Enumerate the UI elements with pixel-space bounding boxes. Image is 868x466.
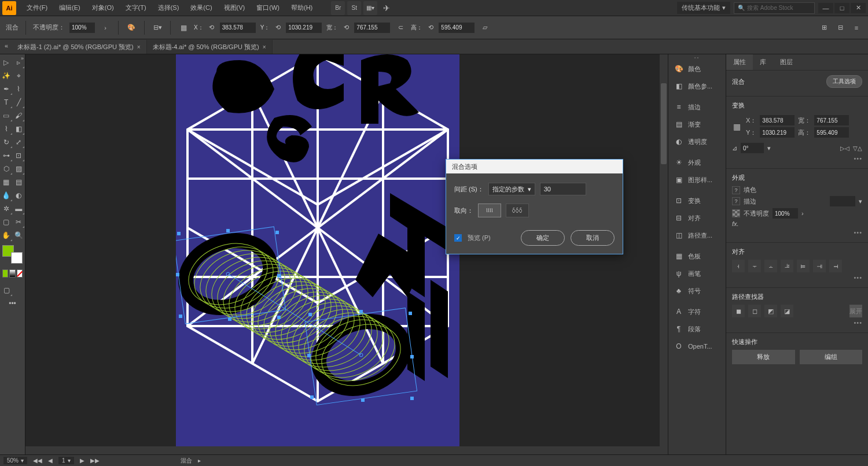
panel-toggle-1-icon[interactable]: ⊞ — [818, 22, 830, 34]
artboard-next-icon[interactable]: ▶▶ — [90, 457, 100, 464]
chevron-down-icon[interactable]: ▾ — [859, 198, 862, 205]
opacity-swatch-icon[interactable] — [732, 209, 740, 217]
toolbox-more-icon[interactable]: ••• — [0, 297, 25, 310]
perspective-tool[interactable]: ▨ — [13, 162, 25, 175]
tab-close-icon[interactable]: × — [263, 44, 266, 50]
menu-object[interactable]: 对象(O) — [86, 1, 120, 14]
fill-stroke-swatch[interactable] — [2, 245, 23, 264]
color-mode-fill[interactable] — [2, 269, 8, 278]
tab-layers[interactable]: 图层 — [773, 54, 800, 70]
direct-selection-tool[interactable]: ▹ — [13, 56, 25, 69]
dock-transparency[interactable]: ◐透明度 — [668, 133, 726, 150]
paintbrush-tool[interactable]: 🖌 — [13, 109, 25, 122]
zoom-level[interactable]: 50%▾ — [3, 457, 27, 464]
distribute-icon[interactable]: ⫤ — [829, 260, 842, 272]
preview-checkbox[interactable]: ✓ — [454, 234, 462, 242]
artboard-prev-single-icon[interactable]: ◀ — [48, 457, 53, 464]
magic-wand-tool[interactable]: ✨ — [0, 69, 13, 82]
menu-window[interactable]: 窗口(W) — [251, 1, 285, 14]
panel-menu-icon[interactable]: ≡ — [851, 22, 862, 34]
selection-tool[interactable]: ▷ — [0, 56, 13, 69]
spacing-mode-select[interactable]: 指定的步数▾ — [488, 183, 535, 195]
link-icon[interactable]: ⟲ — [272, 22, 284, 34]
align-left-icon[interactable]: ⫞ — [732, 260, 745, 272]
stock-icon[interactable]: St — [347, 1, 361, 15]
stroke-color[interactable] — [11, 252, 23, 264]
canvas[interactable] — [25, 54, 668, 454]
pathfinder-expand-button[interactable]: 展开 — [849, 305, 862, 317]
tab-close-icon[interactable]: × — [137, 44, 141, 50]
reference-point-icon[interactable]: ▦ — [178, 22, 189, 34]
cloud-icon[interactable]: ✈ — [380, 1, 393, 15]
scrollbar-horizontal[interactable] — [25, 446, 660, 454]
pathfinder-minus-icon[interactable]: ◻ — [748, 305, 761, 317]
color-mode-gradient[interactable] — [9, 269, 15, 278]
opacity-input[interactable] — [69, 23, 95, 33]
fx-button[interactable]: fx. — [732, 220, 739, 227]
reference-point-icon[interactable]: ▦ — [732, 122, 741, 131]
menu-type[interactable]: 文字(T) — [120, 1, 152, 14]
prop-x-input[interactable] — [760, 115, 795, 125]
blend-tool[interactable]: ◐ — [13, 188, 25, 202]
pathfinder-unite-icon[interactable]: ◼ — [732, 305, 745, 317]
dock-gradient[interactable]: ▤渐变 — [668, 116, 726, 133]
menu-select[interactable]: 选择(S) — [152, 1, 185, 14]
shape-builder-tool[interactable]: ⬡ — [0, 162, 13, 175]
hand-tool[interactable]: ✋ — [0, 228, 13, 242]
dialog-titlebar[interactable]: 混合选项 — [446, 160, 623, 173]
workspace-switcher[interactable]: 传统基本功能▾ — [677, 2, 730, 14]
slice-tool[interactable]: ✂ — [13, 215, 25, 228]
status-chevron-icon[interactable]: ▸ — [198, 457, 201, 464]
link-icon[interactable]: ⟲ — [425, 22, 436, 34]
dock-paragraph[interactable]: ¶段落 — [668, 320, 726, 338]
orientation-page-button[interactable]: ⲒⲒⲒⲒ — [478, 204, 501, 217]
pathfinder-more-icon[interactable]: ••• — [854, 319, 862, 326]
graph-tool[interactable]: ▬ — [13, 202, 25, 215]
tabbar-expand-icon[interactable]: « — [2, 42, 10, 50]
constrain-wh-icon[interactable]: ⊂ — [395, 22, 406, 34]
dock-brushes[interactable]: ψ画笔 — [668, 265, 726, 282]
opacity-chevron-icon[interactable]: › — [100, 22, 111, 34]
y-input[interactable] — [286, 23, 322, 33]
flip-v-icon[interactable]: ▽△ — [853, 143, 862, 153]
align-hcenter-icon[interactable]: ⫟ — [748, 260, 761, 272]
prop-opacity-input[interactable] — [773, 208, 798, 219]
cancel-button[interactable]: 取消 — [571, 230, 615, 246]
dock-grabber[interactable] — [668, 54, 726, 60]
dock-opentype[interactable]: OOpenT... — [668, 338, 726, 355]
search-stock-input[interactable]: 🔍搜索 Adobe Stock — [734, 2, 815, 14]
shaper-tool[interactable]: ⌇ — [0, 122, 13, 135]
screen-mode-tool[interactable]: ▢ — [0, 283, 13, 297]
artboard-nav[interactable]: 1▾ — [58, 457, 74, 464]
rectangle-tool[interactable]: ▭ — [0, 109, 13, 122]
pen-tool[interactable]: ✒ — [0, 82, 13, 95]
spacing-value-input[interactable] — [540, 183, 586, 195]
artboard-next-single-icon[interactable]: ▶ — [80, 457, 84, 464]
line-tool[interactable]: ╱ — [13, 95, 25, 109]
dock-swatches[interactable]: ▦色板 — [668, 247, 726, 265]
prop-w-input[interactable] — [814, 115, 849, 125]
dock-graphic-styles[interactable]: ▣图形样... — [668, 171, 726, 188]
prop-h-input[interactable] — [814, 127, 849, 138]
curvature-tool[interactable]: ⌇ — [13, 82, 25, 95]
dock-align[interactable]: ⊟对齐 — [668, 209, 726, 227]
link-icon[interactable]: ⟲ — [340, 22, 352, 34]
appearance-more-icon[interactable]: ••• — [854, 229, 862, 236]
ok-button[interactable]: 确定 — [521, 230, 565, 246]
release-button[interactable]: 释放 — [732, 350, 795, 364]
lasso-tool[interactable]: ⌖ — [13, 69, 25, 82]
align-right-icon[interactable]: ⫠ — [764, 260, 777, 272]
dock-appearance[interactable]: ☀外观 — [668, 154, 726, 171]
menu-effect[interactable]: 效果(C) — [185, 1, 218, 14]
flip-h-icon[interactable]: ▷◁ — [840, 143, 849, 153]
eyedropper-tool[interactable]: 💧 — [0, 188, 13, 202]
w-input[interactable] — [354, 23, 390, 33]
stroke-weight-input[interactable] — [830, 196, 855, 206]
color-mode-none[interactable] — [17, 269, 23, 278]
h-input[interactable] — [439, 23, 475, 33]
panel-toggle-2-icon[interactable]: ⊟ — [834, 22, 846, 34]
stroke-unknown-icon[interactable]: ? — [732, 197, 740, 205]
scrollbar-thumb[interactable] — [661, 83, 667, 164]
zoom-tool[interactable]: 🔍 — [13, 228, 25, 242]
tool-options-button[interactable]: 工具选项 — [826, 75, 862, 88]
